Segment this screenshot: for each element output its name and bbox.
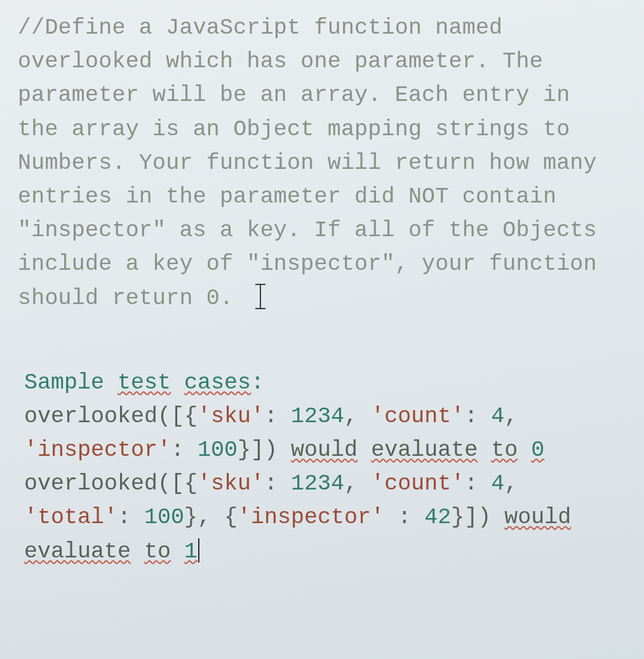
string-key: 'count' <box>371 404 464 429</box>
result-value: 0 <box>531 437 544 463</box>
string-key: 'total' <box>24 505 117 530</box>
heading-space <box>171 370 184 396</box>
code-text: , <box>504 404 518 429</box>
comment-line: Numbers. Your function will return how m… <box>18 147 635 180</box>
heading-word: Sample <box>24 370 117 396</box>
comment-line: entries in the parameter did NOT contain <box>18 180 635 214</box>
number-value: 1234 <box>291 404 344 429</box>
code-text: : <box>464 471 491 496</box>
space <box>358 437 371 463</box>
result-value: 1 <box>184 539 198 564</box>
code-text: , <box>504 471 518 496</box>
word: would <box>504 505 571 530</box>
code-text: , <box>344 404 371 429</box>
code-text: : <box>171 437 198 463</box>
heading-colon: : <box>251 370 264 396</box>
problem-comment: //Define a JavaScript function named ove… <box>18 11 635 316</box>
space <box>478 437 491 463</box>
sample-line: 'inspector': 100}]) would evaluate to 0 <box>24 434 635 467</box>
word: evaluate <box>24 539 131 564</box>
comment-line: overlooked which has one parameter. The <box>18 45 635 79</box>
code-text: : <box>117 505 144 530</box>
sample-line: evaluate to 1 <box>24 535 635 569</box>
code-text: overlooked([{ <box>24 471 198 496</box>
spacer <box>18 316 635 366</box>
string-key: 'count' <box>371 471 464 496</box>
number-value: 100 <box>198 437 238 463</box>
comment-line: the array is an Object mapping strings t… <box>18 113 635 147</box>
text-caret-icon <box>198 538 199 562</box>
code-text: , <box>344 471 371 496</box>
comment-line: "inspector" as a key. If all of the Obje… <box>18 214 635 248</box>
samples-heading: Sample test cases: <box>24 366 635 400</box>
comment-text: should return 0. <box>18 286 233 311</box>
comment-line: parameter will be an array. Each entry i… <box>18 79 635 112</box>
code-text: : <box>264 404 291 429</box>
comment-line: //Define a JavaScript function named <box>18 11 635 45</box>
code-text: }]) <box>238 437 291 463</box>
word: to <box>491 437 518 463</box>
text-cursor-ibeam-icon <box>253 283 268 310</box>
sample-test-cases[interactable]: Sample test cases: overlooked([{'sku': 1… <box>24 366 635 569</box>
number-value: 42 <box>424 505 451 530</box>
number-value: 4 <box>491 404 504 429</box>
comment-line: should return 0. <box>18 282 635 316</box>
code-text: : <box>264 471 291 496</box>
space <box>171 539 184 564</box>
code-text: }]) <box>451 505 504 530</box>
code-text: : <box>384 505 424 530</box>
code-text: overlooked([{ <box>24 404 198 429</box>
word: to <box>144 539 171 564</box>
string-key: 'sku' <box>198 471 264 496</box>
string-key: 'inspector' <box>238 505 384 530</box>
heading-word: cases <box>184 370 251 396</box>
number-value: 4 <box>491 471 504 496</box>
sample-line: 'total': 100}, {'inspector' : 42}]) woul… <box>24 501 635 535</box>
space <box>131 539 144 564</box>
space <box>518 437 531 463</box>
code-text: }, { <box>184 505 238 530</box>
comment-line: include a key of "inspector", your funct… <box>18 248 635 281</box>
word: evaluate <box>371 437 478 463</box>
sample-line: overlooked([{'sku': 1234, 'count': 4, <box>24 467 635 501</box>
word: would <box>291 437 358 463</box>
number-value: 1234 <box>291 471 344 496</box>
string-key: 'sku' <box>198 404 264 429</box>
code-text: : <box>464 404 491 429</box>
string-key: 'inspector' <box>24 437 171 463</box>
sample-line: overlooked([{'sku': 1234, 'count': 4, <box>24 400 635 434</box>
number-value: 100 <box>144 505 184 530</box>
heading-word: test <box>117 370 171 396</box>
